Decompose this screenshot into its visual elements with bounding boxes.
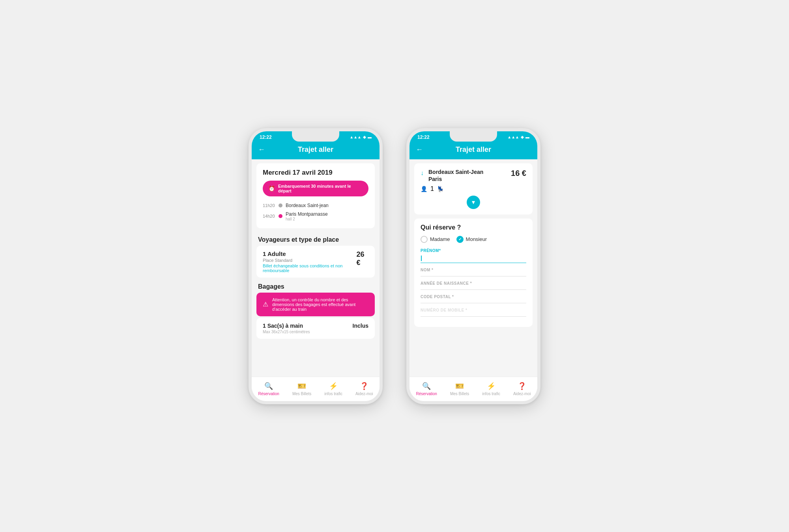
traveler-info: 1 Adulte Place Standard Billet échangeab…: [263, 250, 356, 273]
nav-label-aide-2: Aidez-moi: [513, 392, 531, 396]
trip-meta: 👤 1 💺: [421, 185, 526, 192]
bagage-sub: Max 36x27x15 centimètres: [263, 330, 310, 334]
phone1-content[interactable]: Mercredi 17 avril 2019 ⏰ Embarquement 30…: [252, 159, 380, 386]
battery-icon-2: ▬: [525, 135, 529, 139]
help-icon-1: ❓: [359, 381, 369, 391]
bagage-info: 1 Sac(s) à main Max 36x27x15 centimètres: [263, 323, 310, 334]
trip-summary: ↓ Bordeaux Saint-Jean Paris 16 € 👤 1 💺 ▾: [414, 163, 533, 215]
bagages-warning: ⚠ Attention, un contrôle du nombre et de…: [256, 293, 375, 316]
nav-trafic-1[interactable]: ⚡ infos trafic: [324, 381, 342, 396]
trip-stations-group: ↓ Bordeaux Saint-Jean Paris: [421, 169, 483, 182]
nav-label-trafic-1: infos trafic: [324, 392, 342, 396]
back-button-1[interactable]: ←: [258, 146, 265, 154]
to-hall: hall 2: [286, 217, 328, 221]
field-mobile: NUMÉRO DE MOBILE *: [421, 308, 526, 317]
monsieur-label: Monsieur: [466, 236, 487, 242]
bagage-row: 1 Sac(s) à main Max 36x27x15 centimètres…: [256, 318, 375, 339]
signal-icon: ▲▲▲: [350, 135, 361, 139]
input-mobile[interactable]: [421, 313, 526, 317]
embark-banner: ⏰ Embarquement 30 minutes avant le dépar…: [263, 181, 368, 196]
gender-row: Madame Monsieur: [421, 236, 526, 243]
status-icons-2: ▲▲▲ ◈ ▬: [507, 135, 529, 139]
route-from: 11h20 Bordeaux Saint-jean: [263, 201, 368, 210]
nav-label-billets-1: Mes Billets: [292, 392, 311, 396]
traffic-icon-1: ⚡: [329, 381, 338, 391]
nav-reservation-2[interactable]: 🔍 Réservation: [416, 381, 437, 396]
nav-aide-1[interactable]: ❓ Aidez-moi: [355, 381, 373, 396]
nav-billets-1[interactable]: 🎫 Mes Billets: [292, 381, 311, 396]
traveler-card: 1 Adulte Place Standard Billet échangeab…: [256, 246, 375, 278]
traveler-price: 26 €: [356, 250, 368, 267]
nav-label-trafic-2: infos trafic: [482, 392, 500, 396]
form-title: Qui réserve ?: [421, 224, 526, 231]
status-time-1: 12:22: [260, 134, 272, 140]
chevron-down-icon: ▾: [472, 198, 475, 206]
date-title: Mercredi 17 avril 2019: [263, 169, 368, 177]
wifi-icon: ◈: [363, 135, 366, 139]
nav-reservation-1[interactable]: 🔍 Réservation: [258, 381, 279, 396]
traffic-icon-2: ⚡: [486, 381, 496, 391]
trip-route: ↓ Bordeaux Saint-Jean Paris 16 €: [421, 169, 526, 182]
label-annee: ANNÉE DE NAISSANCE *: [421, 281, 526, 286]
phones-container: 12:22 ▲▲▲ ◈ ▬ ← Trajet aller Mercredi 17…: [249, 128, 540, 404]
help-icon-2: ❓: [517, 381, 527, 391]
phone2-content[interactable]: ↓ Bordeaux Saint-Jean Paris 16 € 👤 1 💺 ▾: [409, 159, 537, 386]
trip-to: Paris: [428, 176, 483, 182]
to-dot: [279, 214, 282, 218]
embark-text: Embarquement 30 minutes avant le départ: [278, 184, 363, 193]
phone-1: 12:22 ▲▲▲ ◈ ▬ ← Trajet aller Mercredi 17…: [249, 128, 383, 404]
traveler-name: 1 Adulte: [263, 250, 356, 257]
seat-icon: 💺: [437, 186, 444, 192]
bagage-price: Inclus: [353, 323, 368, 329]
passenger-count: 1: [430, 185, 434, 192]
trip-stations: Bordeaux Saint-Jean Paris: [428, 169, 483, 182]
radio-madame[interactable]: [421, 236, 428, 243]
bottom-nav-1: 🔍 Réservation 🎫 Mes Billets ⚡ infos traf…: [252, 377, 380, 401]
field-postal: CODE POSTAL *: [421, 295, 526, 303]
label-nom: NOM *: [421, 268, 526, 272]
warning-text: Attention, un contrôle du nombre et des …: [272, 297, 368, 312]
gender-madame[interactable]: Madame: [421, 236, 450, 243]
person-icon: 👤: [421, 186, 427, 192]
traveler-link[interactable]: Billet échangeable sous conditions et no…: [263, 263, 356, 273]
input-nom[interactable]: [421, 273, 526, 276]
to-station: Paris Montparnasse: [286, 211, 328, 217]
label-mobile: NUMÉRO DE MOBILE *: [421, 308, 526, 312]
header-title-1: Trajet aller: [298, 146, 333, 154]
nav-billets-2[interactable]: 🎫 Mes Billets: [450, 381, 469, 396]
label-prenom: PRÉNOM*: [421, 248, 526, 253]
ticket-icon-1: 🎫: [297, 381, 307, 391]
from-station: Bordeaux Saint-jean: [286, 203, 329, 208]
from-dot: [279, 203, 282, 207]
field-nom: NOM *: [421, 268, 526, 276]
voyageurs-section-title: Voyageurs et type de place: [252, 232, 380, 244]
madame-label: Madame: [430, 236, 450, 242]
arrow-down-icon: ↓: [421, 170, 424, 177]
input-prenom[interactable]: [421, 254, 526, 263]
nav-label-reservation-2: Réservation: [416, 392, 437, 396]
back-button-2[interactable]: ←: [416, 146, 423, 154]
status-time-2: 12:22: [417, 134, 430, 140]
trip-price: 16 €: [511, 169, 526, 178]
chevron-down-button[interactable]: ▾: [467, 196, 480, 209]
radio-monsieur[interactable]: [456, 236, 464, 243]
bagages-section-title: Bagages: [252, 279, 380, 291]
nav-label-aide-1: Aidez-moi: [355, 392, 373, 396]
field-prenom: PRÉNOM*: [421, 248, 526, 263]
status-bar-2: 12:22 ▲▲▲ ◈ ▬: [409, 131, 537, 142]
input-postal[interactable]: [421, 300, 526, 303]
bagage-name: 1 Sac(s) à main: [263, 323, 310, 329]
gender-monsieur[interactable]: Monsieur: [456, 236, 487, 243]
traveler-place: Place Standard: [263, 258, 356, 263]
label-postal: CODE POSTAL *: [421, 295, 526, 299]
field-annee: ANNÉE DE NAISSANCE *: [421, 281, 526, 290]
route-to: 14h20 Paris Montparnasse hall 2: [263, 210, 368, 223]
nav-trafic-2[interactable]: ⚡ infos trafic: [482, 381, 500, 396]
nav-label-reservation-1: Réservation: [258, 392, 279, 396]
nav-aide-2[interactable]: ❓ Aidez-moi: [513, 381, 531, 396]
to-time: 14h20: [263, 214, 275, 218]
form-section: Qui réserve ? Madame Monsieur PRÉNOM*: [414, 218, 533, 327]
from-time: 11h20: [263, 203, 275, 208]
input-annee[interactable]: [421, 286, 526, 290]
ticket-icon-2: 🎫: [455, 381, 464, 391]
